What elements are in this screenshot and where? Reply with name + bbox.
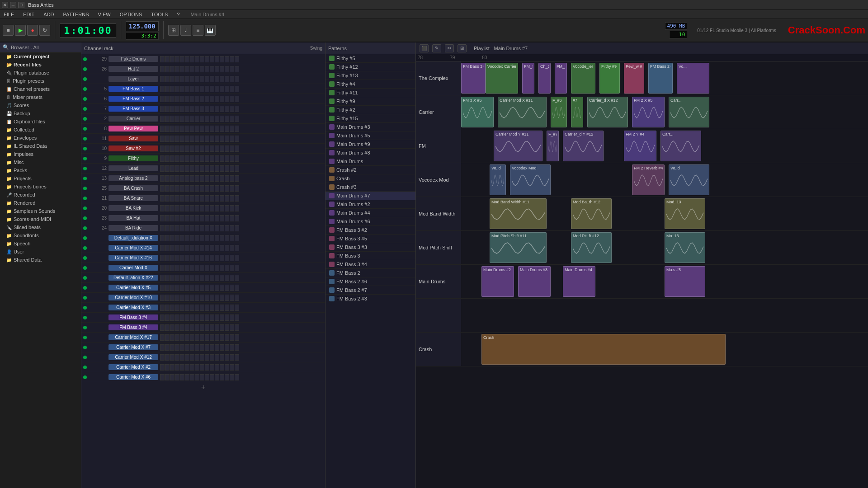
pad[interactable] — [200, 334, 204, 341]
pad[interactable] — [175, 305, 179, 311]
pad[interactable] — [200, 165, 204, 172]
pad[interactable] — [175, 66, 179, 72]
pattern-item[interactable]: Filthy #15 — [326, 114, 415, 123]
pad[interactable] — [170, 295, 175, 301]
pad[interactable] — [215, 364, 219, 371]
clip[interactable]: Mod Pit..ft #12 — [571, 232, 612, 263]
pad[interactable] — [225, 235, 229, 241]
pad[interactable] — [215, 255, 219, 261]
pad[interactable] — [185, 225, 189, 231]
pad[interactable] — [220, 324, 224, 331]
pad[interactable] — [190, 324, 194, 331]
pad[interactable] — [175, 275, 179, 281]
browser-item-recorded[interactable]: 🎤Recorded — [0, 191, 81, 199]
clip[interactable]: #7 — [571, 97, 583, 127]
pad[interactable] — [210, 165, 214, 172]
pad[interactable] — [195, 136, 199, 142]
pad[interactable] — [190, 86, 194, 92]
pad[interactable] — [210, 126, 214, 132]
pad[interactable] — [190, 215, 194, 221]
pad[interactable] — [225, 305, 229, 311]
minimize-button[interactable]: ─ — [10, 2, 16, 8]
pad[interactable] — [215, 56, 219, 62]
pad[interactable] — [230, 354, 234, 361]
menu-file[interactable]: FILE — [2, 11, 16, 18]
channel-row[interactable]: 11 Saw — [81, 134, 325, 144]
pad[interactable] — [230, 96, 234, 102]
pad[interactable] — [210, 136, 214, 142]
pad[interactable] — [205, 116, 209, 122]
pad[interactable] — [170, 126, 175, 132]
pad[interactable] — [220, 344, 224, 351]
pad[interactable] — [180, 185, 184, 192]
pad[interactable] — [195, 86, 199, 92]
pad[interactable] — [185, 285, 189, 291]
pad[interactable] — [195, 344, 199, 351]
pad[interactable] — [180, 76, 184, 82]
pad[interactable] — [230, 275, 234, 281]
pad[interactable] — [205, 334, 209, 341]
close-button[interactable]: ✕ — [2, 2, 8, 8]
pad[interactable] — [190, 285, 194, 291]
pad[interactable] — [175, 255, 179, 261]
clip[interactable]: Ch_7 — [538, 63, 551, 94]
pad[interactable] — [180, 136, 184, 142]
pad[interactable] — [210, 285, 214, 291]
channel-row[interactable]: 29 Fake Drums — [81, 54, 325, 64]
pad[interactable] — [190, 106, 194, 112]
pad[interactable] — [230, 106, 234, 112]
pad[interactable] — [230, 136, 234, 142]
pad[interactable] — [200, 245, 204, 251]
channel-row[interactable]: Carrier Mod X #10 — [81, 293, 325, 303]
pad[interactable] — [160, 66, 165, 72]
pad[interactable] — [220, 116, 224, 122]
pad[interactable] — [190, 96, 194, 102]
pad[interactable] — [190, 344, 194, 351]
pad[interactable] — [230, 56, 234, 62]
pad[interactable] — [170, 285, 175, 291]
pad[interactable] — [165, 185, 170, 192]
pad[interactable] — [195, 66, 199, 72]
channel-row[interactable]: Carrier Mod X #7 — [81, 343, 325, 352]
pad[interactable] — [195, 106, 199, 112]
pad[interactable] — [160, 314, 165, 321]
pattern-item[interactable]: Crash — [326, 174, 415, 183]
pad[interactable] — [235, 324, 239, 331]
pad[interactable] — [190, 205, 194, 211]
pad[interactable] — [205, 175, 209, 182]
pad[interactable] — [160, 295, 165, 301]
pad[interactable] — [215, 155, 219, 162]
clip[interactable]: Carrier_d Y #12 — [563, 131, 604, 161]
pad[interactable] — [190, 185, 194, 192]
pad[interactable] — [215, 275, 219, 281]
maximize-button[interactable]: □ — [18, 2, 24, 8]
pad[interactable] — [205, 136, 209, 142]
channel-row[interactable]: FM Bass 3 #4 — [81, 313, 325, 323]
clip[interactable]: FM Bass 2 #3 — [648, 63, 673, 94]
pad[interactable] — [215, 86, 219, 92]
pad[interactable] — [195, 175, 199, 182]
pad[interactable] — [215, 354, 219, 361]
pad[interactable] — [185, 136, 189, 142]
pad[interactable] — [230, 305, 234, 311]
pad[interactable] — [175, 225, 179, 231]
pad[interactable] — [160, 195, 165, 202]
clip[interactable]: Main Drums #3 — [518, 266, 551, 297]
pad[interactable] — [185, 364, 189, 371]
pad[interactable] — [160, 354, 165, 361]
pad[interactable] — [185, 96, 189, 102]
pad[interactable] — [205, 86, 209, 92]
channel-name[interactable]: Carrier — [108, 116, 158, 122]
clip[interactable]: Vo..d — [490, 164, 506, 195]
pad[interactable] — [210, 275, 214, 281]
pad[interactable] — [210, 116, 214, 122]
pad[interactable] — [185, 215, 189, 221]
pad[interactable] — [215, 126, 219, 132]
track-content[interactable]: FM Bass 3 #4Vocodex Carrier #10FM_5Ch_7F… — [461, 61, 868, 95]
pad[interactable] — [165, 235, 170, 241]
track-content[interactable] — [461, 299, 868, 332]
pad[interactable] — [205, 324, 209, 331]
pad[interactable] — [175, 205, 179, 211]
channel-row[interactable]: Layer — [81, 74, 325, 84]
pad[interactable] — [180, 86, 184, 92]
